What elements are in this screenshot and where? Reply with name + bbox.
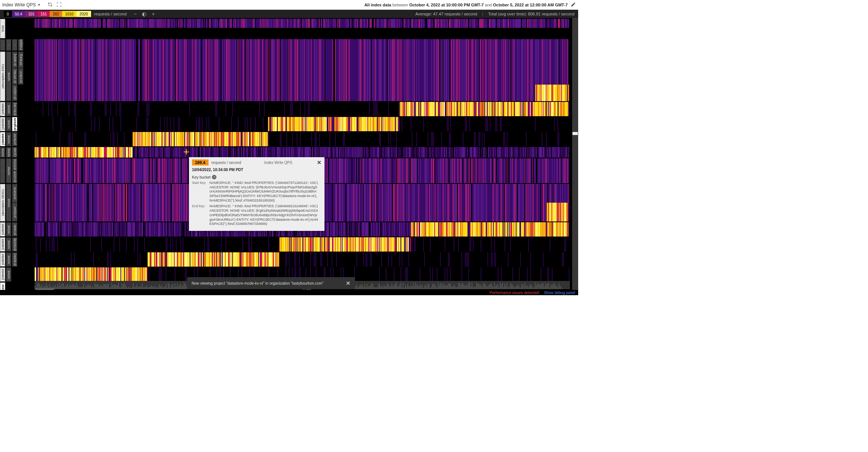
legend-swatch-2: 101 [25, 11, 38, 17]
y-axis-slot[interactable]: NONE [6, 184, 11, 221]
tooltip-source: Index Write QPS [264, 161, 292, 165]
page-title: Index Write QPS [2, 2, 36, 8]
y-axis-slot[interactable]: (b'g81dX [12, 117, 17, 131]
toast-message: Now viewing project "datastore-mode-kv-n… [192, 281, 323, 285]
title-dropdown[interactable]: Index Write QPS ▼ [2, 2, 41, 8]
y-axis-slot[interactable]: - [12, 39, 17, 51]
help-icon[interactable]: ? [212, 175, 216, 179]
y-axis-col-2: -NONENONENONENONENONENONENONENONENONENON… [6, 18, 12, 295]
footer-bar: Performance issues detected! Show debug … [0, 290, 578, 295]
legend-swatch-3: 151 [38, 11, 50, 17]
y-axis-slot[interactable]: END [0, 19, 5, 38]
top-tools [47, 2, 62, 8]
edit-icon[interactable] [571, 2, 576, 8]
time-range-text: All index data between October 4, 2022 a… [364, 3, 568, 7]
y-axis-slot[interactable]: NONE [6, 252, 11, 267]
fullscreen-icon[interactable] [56, 2, 62, 8]
y-axis-slot[interactable]: (b'RkJ0/ [12, 132, 17, 146]
y-axis-col-3: -(b-'ipQN[(b'-DFSE((b'-UQ2c\(b'En:Jtz](b… [12, 18, 18, 295]
stats-text: Average: 47.47 requests / second | Total… [416, 12, 574, 16]
y-axis-slot[interactable]: NONE [6, 102, 11, 116]
zoom-out-icon[interactable]: − [132, 11, 138, 17]
start-key-value: NAMESPACE: '' KIND: kind PROPERTIES: ('1… [210, 181, 319, 203]
legend-swatch-1: 50.4 [12, 11, 25, 17]
tooltip-bucket-label: Key bucket [192, 175, 210, 179]
y-axis-slot[interactable]: (b'ESKW [12, 184, 17, 203]
contrast-icon[interactable]: ◐ [142, 11, 147, 17]
y-axis-slot[interactable]: (b'DyIxr/ [12, 203, 17, 221]
y-axis-slot[interactable]: (b'1J9cC. [18, 68, 23, 85]
y-axis-slot[interactable]: [166495 [0, 237, 5, 252]
start-key-label: Start key: [192, 181, 209, 185]
y-axis-slot[interactable]: (b'O2Z3t] [12, 237, 17, 252]
y-axis-slot[interactable]: [166494 [0, 267, 5, 282]
y-axis-slot[interactable]: NONE [0, 147, 5, 158]
y-axis-slot[interactable]: NONE [6, 52, 11, 101]
y-axis-slot[interactable]: NONE [6, 132, 11, 146]
legend-swatch-0: 0 [4, 11, 12, 17]
y-axis-slot[interactable]: (b'owdc. [12, 222, 17, 237]
legend-swatch-5: 1010 [62, 11, 76, 17]
y-axis-slot[interactable]: NONE [6, 117, 11, 131]
heatmap-canvas[interactable] [35, 18, 578, 295]
y-axis-col-4: (b'xQQ3{SPdLE{[(b'1J9cC. [18, 18, 24, 295]
close-icon[interactable]: ✕ [346, 280, 350, 286]
y-axis-slot[interactable]: (b'-UQ2c\ [12, 85, 17, 101]
y-axis-slot[interactable]: [166494 [0, 132, 5, 146]
y-axis-slot[interactable]: NONE [6, 222, 11, 237]
y-axis-slot[interactable]: (b-'ipQN[ [12, 52, 17, 68]
y-axis-slot[interactable]: (b'yUxbc\ [12, 147, 17, 158]
tooltip-card: 189.4 requests / second Index Write QPS … [189, 157, 324, 231]
y-axis-slot[interactable]: NONE [6, 158, 11, 183]
y-axis-slot[interactable]: (b'xQQ3{ [18, 39, 23, 51]
y-axis-slot[interactable]: (b'U2VR [12, 171, 17, 183]
tooltip-unit: requests / second [212, 161, 241, 165]
close-icon[interactable]: ✕ [317, 159, 321, 165]
legend-swatch-4: 202 [50, 11, 62, 17]
toast: Now viewing project "datastore-mode-kv-n… [187, 277, 355, 289]
y-axis-slot[interactable]: NONE [6, 237, 11, 252]
y-axis-slot[interactable]: (b'En:Jtz] [12, 102, 17, 116]
caret-down-icon: ▼ [37, 3, 41, 7]
y-axis-slot[interactable]: - [6, 39, 11, 51]
y-axis-slot[interactable]: (b'2p34c) [12, 252, 17, 267]
y-axis-slot[interactable]: (b'DYLh [12, 158, 17, 171]
y-axis-slot[interactable]: - [0, 39, 5, 51]
header-bar: Index Write QPS ▼ All index data between… [0, 0, 578, 10]
y-axis-slot[interactable]: [166495 [0, 117, 5, 131]
legend-bar: 0 50.4 101 151 202 1010 2020 requests / … [0, 10, 578, 18]
zoom-in-icon[interactable]: + [151, 11, 156, 17]
tooltip-value: 189.4 [192, 159, 209, 165]
performance-warning[interactable]: Performance issues detected! [490, 291, 539, 295]
legend-swatch-6: 2020 [76, 11, 91, 17]
y-axis-slot[interactable]: NONE [6, 147, 11, 158]
end-key-label: End key: [192, 204, 209, 209]
right-scrollbar[interactable] [572, 18, 578, 295]
y-axis-slot[interactable]: (description: ASC) [0, 52, 5, 101]
y-axis-slot[interactable]: NONE [6, 267, 11, 282]
y-axis-slot[interactable]: [166494 [0, 252, 5, 267]
y-axis-slot[interactable]: [166495 [0, 222, 5, 237]
debug-panel-link[interactable]: Show debug panel [544, 291, 575, 295]
end-key-value: NAMESPACE: '' KIND: kind PROPERTIES: ('1… [210, 204, 319, 226]
y-axis-slot[interactable]: [166495 [0, 102, 5, 116]
y-axis-slot[interactable]: - [0, 158, 5, 183]
y-axis-slot[interactable]: (description: DESC) [0, 184, 5, 221]
y-axis-slot[interactable]: SPdLE{[ [18, 52, 23, 68]
legend-tools: − ◐ + [132, 11, 156, 17]
crop-icon[interactable] [47, 2, 53, 8]
legend-unit: requests / second [94, 12, 127, 16]
y-axis-col-1: END-(description: ASC)[166495[166495[166… [0, 18, 6, 295]
y-axis-slot[interactable]: (b'-DFSE( [12, 68, 17, 85]
tooltip-timestamp: 10/04/2022, 10:34:00 PM PDT [189, 168, 324, 175]
main-area: END-(description: ASC)[166495[166495[166… [0, 18, 578, 295]
